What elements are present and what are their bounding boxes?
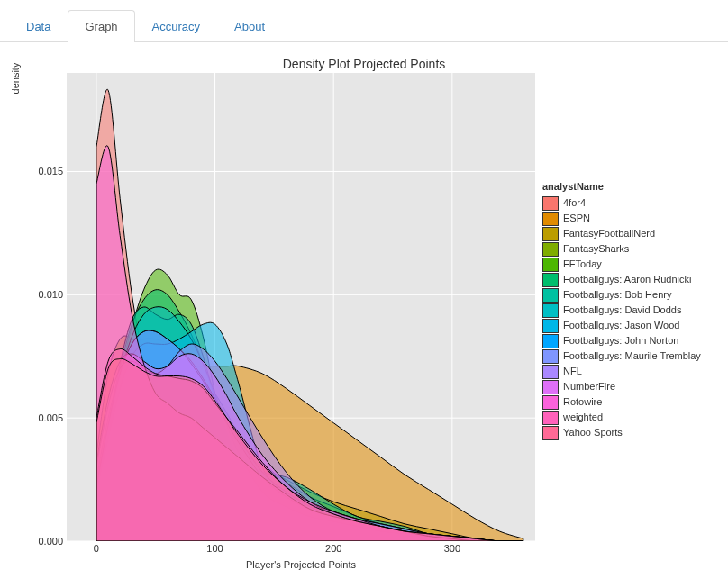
legend-label: 4for4 (563, 195, 586, 211)
legend: analystName 4for4ESPNFantasyFootballNerd… (542, 73, 701, 440)
y-tick: 0.000 (38, 536, 63, 547)
legend-title: analystName (542, 181, 701, 192)
x-axis-label: Player's Projected Points (67, 559, 535, 570)
legend-swatch (542, 395, 559, 410)
x-tick: 300 (444, 543, 460, 554)
x-tick: 100 (206, 543, 223, 554)
tab-about[interactable]: About (217, 10, 282, 42)
legend-item: FFToday (542, 257, 701, 272)
legend-item: Footballguys: Bob Henry (542, 287, 701, 303)
legend-swatch (542, 426, 559, 440)
legend-label: NumberFire (563, 379, 615, 394)
legend-swatch (542, 273, 559, 287)
legend-item: NumberFire (542, 379, 701, 394)
legend-item: Footballguys: Maurile Tremblay (542, 348, 701, 364)
density-chart: Density Plot Projected Points density 0.… (0, 42, 728, 575)
legend-swatch (542, 349, 559, 364)
tabs: Data Graph Accuracy About (0, 9, 728, 42)
x-axis-ticks: 0100200300 (67, 541, 535, 556)
legend-swatch (542, 380, 559, 394)
legend-item: Footballguys: David Dodds (542, 303, 701, 318)
legend-swatch (542, 334, 559, 348)
legend-swatch (542, 212, 559, 226)
legend-label: Footballguys: Maurile Tremblay (563, 348, 701, 364)
x-tick: 200 (325, 543, 341, 554)
legend-swatch (542, 242, 559, 257)
legend-label: Footballguys: John Norton (563, 333, 678, 348)
legend-label: NFL (563, 364, 582, 379)
legend-swatch (542, 227, 559, 241)
legend-item: Yahoo Sports (542, 425, 701, 440)
legend-item: Footballguys: Jason Wood (542, 318, 701, 333)
legend-item: 4for4 (542, 195, 701, 211)
legend-label: Rotowire (563, 394, 602, 410)
legend-swatch (542, 258, 559, 272)
tab-graph[interactable]: Graph (68, 10, 134, 42)
legend-swatch (542, 411, 559, 425)
legend-item: Footballguys: Aaron Rudnicki (542, 272, 701, 287)
plot-panel (67, 73, 535, 541)
legend-item: FantasySharks (542, 241, 701, 257)
legend-swatch (542, 288, 559, 303)
legend-item: NFL (542, 364, 701, 379)
legend-item: weighted (542, 410, 701, 425)
tab-accuracy[interactable]: Accuracy (135, 10, 217, 42)
legend-label: Footballguys: Jason Wood (563, 318, 679, 333)
chart-title: Density Plot Projected Points (5, 57, 723, 71)
tab-data[interactable]: Data (9, 10, 68, 42)
y-axis-label: density (10, 63, 21, 95)
legend-swatch (542, 196, 559, 211)
legend-swatch (542, 303, 559, 318)
y-tick: 0.015 (38, 166, 63, 176)
legend-label: FantasySharks (563, 241, 629, 257)
y-tick: 0.005 (38, 412, 63, 423)
legend-swatch (542, 319, 559, 333)
legend-label: Footballguys: David Dodds (563, 303, 681, 318)
legend-item: Rotowire (542, 394, 701, 410)
y-tick: 0.010 (38, 289, 63, 300)
legend-swatch (542, 365, 559, 379)
y-axis-ticks: 0.0000.0050.0100.015 (25, 73, 67, 541)
x-tick: 0 (94, 543, 99, 554)
legend-label: Footballguys: Aaron Rudnicki (563, 272, 691, 287)
legend-label: FFToday (563, 257, 602, 272)
legend-label: FantasyFootballNerd (563, 226, 655, 241)
legend-label: ESPN (563, 211, 590, 226)
legend-item: Footballguys: John Norton (542, 333, 701, 348)
legend-label: Yahoo Sports (563, 425, 623, 440)
legend-item: ESPN (542, 211, 701, 226)
legend-item: FantasyFootballNerd (542, 226, 701, 241)
legend-label: weighted (563, 410, 603, 425)
legend-label: Footballguys: Bob Henry (563, 287, 671, 303)
